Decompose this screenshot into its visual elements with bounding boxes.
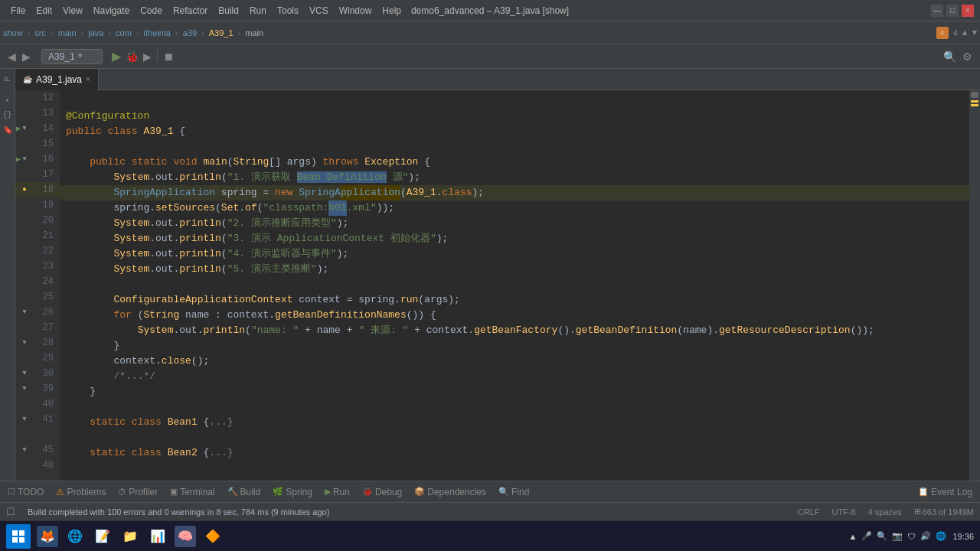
dependencies-label: Dependencies [427, 487, 486, 497]
nav-down[interactable]: ▼ [972, 28, 977, 37]
menu-item-10[interactable]: Window [335, 4, 377, 18]
show-link[interactable]: show [3, 28, 23, 37]
menu-bar[interactable]: File Edit View Navigate Code Refactor Bu… [6, 4, 406, 18]
menu-item-9[interactable]: VCS [305, 4, 333, 18]
code-line-22: System .out. println ( "4. 演示监听器与事件" ); [60, 246, 969, 262]
menu-item-3[interactable]: Navigate [89, 4, 134, 18]
menu-item-2[interactable]: View [58, 4, 87, 18]
close-button[interactable]: × [962, 5, 974, 17]
todo-tool[interactable]: ☐ TODO [5, 485, 47, 499]
taskbar-files[interactable]: 📁 [119, 526, 141, 547]
terminal-icon: ▣ [170, 487, 178, 497]
window-controls[interactable]: — □ × [931, 5, 974, 17]
taskbar-firefox[interactable]: 🦊 [37, 526, 58, 547]
tray-speaker: 🔊 [920, 531, 931, 541]
search-button[interactable]: 🔍 [942, 49, 958, 64]
code-line-14: public class A39_1 { [60, 124, 969, 139]
minimize-button[interactable]: — [931, 5, 943, 17]
todo-label: TODO [18, 487, 44, 497]
code-line-13: @Configuration [60, 109, 969, 124]
run-config-label: A39_1 [48, 51, 75, 62]
src-link[interactable]: src [34, 28, 46, 37]
code-line-28: } [60, 338, 969, 354]
spring-label: Spring [286, 487, 312, 497]
code-line-30: /*...*/ [60, 369, 969, 384]
structure-icon[interactable]: {} [2, 109, 14, 121]
line-ending[interactable]: CRLF [798, 507, 820, 517]
code-line-16: public static void main ( String [] args… [60, 155, 969, 170]
tab-close-button[interactable]: × [86, 75, 90, 83]
menu-item-0[interactable]: File [6, 4, 30, 18]
gutter-17: 17 [15, 167, 60, 182]
gutter-29: 29 [15, 350, 60, 366]
gutter-25: 25 [15, 289, 60, 305]
main-link[interactable]: main [58, 28, 77, 37]
gutter-24: 24 [15, 274, 60, 289]
menu-item-8[interactable]: Tools [273, 4, 303, 18]
debug-run-button[interactable]: 🐞 [124, 47, 140, 65]
favorites-icon[interactable]: ★ [2, 93, 14, 106]
kw-public: public [66, 124, 102, 139]
debug-label: Debug [375, 487, 402, 497]
taskbar-ppt[interactable]: 📊 [147, 526, 168, 547]
back-button[interactable]: ◀ [6, 49, 18, 64]
terminal-label: Terminal [180, 487, 214, 497]
itheima-link[interactable]: itheima [144, 28, 171, 37]
event-log-tool[interactable]: 📋 Event Log [915, 485, 975, 499]
taskbar-vlc[interactable]: 🔶 [202, 526, 224, 547]
com-link[interactable]: com [116, 28, 132, 37]
settings-button[interactable]: ⚙ [961, 49, 974, 64]
encoding[interactable]: UTF-8 [832, 507, 856, 517]
spring-tool[interactable]: 🌿 Spring [270, 485, 315, 499]
file-tab[interactable]: ☕ A39_1.java × [15, 69, 99, 90]
profiler-tool[interactable]: ⏱ Profiler [115, 485, 161, 499]
run-button[interactable]: ▶ [110, 47, 122, 65]
svg-rect-1 [19, 530, 24, 536]
bookmark-icon[interactable]: 🔖 [2, 124, 14, 136]
taskbar-ie[interactable]: 🌐 [64, 526, 86, 547]
stop-button[interactable]: ⏹ [162, 47, 175, 65]
start-button[interactable] [6, 524, 31, 549]
a39-link[interactable]: a39 [183, 28, 197, 37]
tray-up-arrow[interactable]: ▲ [849, 532, 858, 541]
java-link[interactable]: java [88, 28, 103, 37]
event-log-label: Event Log [931, 487, 972, 497]
menu-item-5[interactable]: Refactor [168, 4, 212, 18]
line-number-gutter: 12 13 ▶ ▼ 14 15 ▶ ▼ 16 [15, 90, 60, 481]
problems-tool[interactable]: ⚠ Problems [53, 485, 109, 499]
menu-item-11[interactable]: Help [377, 4, 406, 18]
menu-item-4[interactable]: Code [136, 4, 167, 18]
gutter-15: 15 [15, 136, 60, 152]
window-title: demo6_advanced – A39_1.java [show] [411, 5, 569, 16]
class-link[interactable]: A39_1 [209, 28, 234, 37]
taskbar-intellij[interactable]: 🧠 [175, 526, 196, 547]
gutter-40: 40 [15, 396, 60, 412]
debug-tool[interactable]: 🐞 Debug [359, 485, 405, 499]
title-bar-left: File Edit View Navigate Code Refactor Bu… [6, 4, 406, 18]
build-tool[interactable]: 🔨 Build [224, 485, 264, 499]
code-line-40 [60, 399, 969, 415]
forward-button[interactable]: ▶ [21, 49, 32, 64]
menu-item-6[interactable]: Build [214, 4, 243, 18]
terminal-tool[interactable]: ▣ Terminal [167, 485, 217, 499]
find-icon: 🔍 [498, 487, 509, 497]
profiler-icon: ⏱ [118, 487, 126, 497]
right-scrollbar[interactable] [969, 90, 980, 481]
bottom-toolbar: ☐ TODO ⚠ Problems ⏱ Profiler ▣ Terminal … [0, 481, 980, 502]
maximize-button[interactable]: □ [946, 5, 959, 17]
project-panel-icon[interactable]: P [0, 69, 15, 90]
taskbar-notepad[interactable]: 📝 [92, 526, 113, 547]
code-content[interactable]: @Configuration public class A39_1 { publ… [60, 90, 969, 481]
find-tool[interactable]: 🔍 Find [495, 485, 532, 499]
run-tool[interactable]: ▶ Run [322, 485, 353, 499]
menu-item-1[interactable]: Edit [31, 4, 57, 18]
run-config-dropdown[interactable]: A39_1 ▼ [41, 49, 103, 64]
dependencies-tool[interactable]: 📦 Dependencies [411, 485, 489, 499]
svg-rect-2 [12, 537, 18, 543]
coverage-button[interactable]: ▶ [142, 47, 153, 65]
menu-item-7[interactable]: Run [245, 4, 271, 18]
indent[interactable]: 4 spaces [868, 507, 902, 517]
method-link[interactable]: main [245, 28, 263, 37]
nav-up[interactable]: ▲ [962, 28, 968, 37]
code-editor[interactable]: 12 13 ▶ ▼ 14 15 ▶ ▼ 16 [15, 90, 969, 481]
